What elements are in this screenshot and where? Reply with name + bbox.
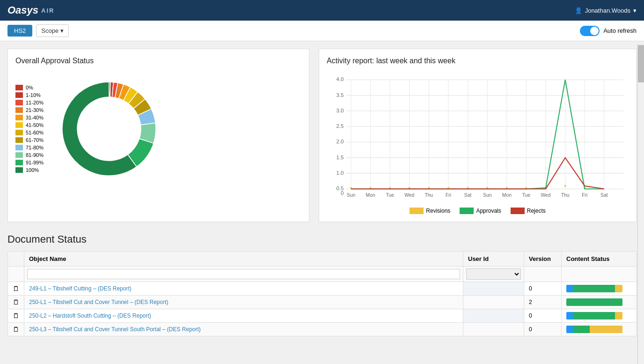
scrollbar-thumb[interactable] bbox=[638, 45, 644, 82]
svg-text:3.5: 3.5 bbox=[337, 92, 344, 98]
status-bar bbox=[566, 312, 622, 319]
legend-item: 71-80% bbox=[15, 145, 44, 150]
activity-chart-title: Activity report: last week and this week bbox=[327, 57, 629, 65]
row-userid-cell bbox=[463, 309, 524, 323]
approval-chart-title: Overall Approval Status bbox=[15, 57, 301, 65]
document-table: Object Name User Id Version Content Stat… bbox=[7, 251, 637, 336]
status-bar bbox=[566, 285, 622, 292]
col-user-id: User Id bbox=[463, 252, 524, 267]
logo-oasys: Oasys bbox=[7, 4, 38, 16]
svg-text:1.5: 1.5 bbox=[337, 155, 344, 160]
row-icon-cell: 🗒 bbox=[8, 296, 24, 309]
logo-air: AIR bbox=[41, 7, 54, 14]
table-filter-row bbox=[8, 267, 637, 282]
status-bar bbox=[566, 298, 622, 306]
svg-text:Thu: Thu bbox=[425, 193, 433, 198]
legend-item: 1-10% bbox=[15, 92, 44, 98]
document-status-section: Document Status Object Name User Id Vers… bbox=[7, 233, 637, 336]
svg-text:Sun: Sun bbox=[483, 193, 492, 198]
app-header: Oasys AIR 👤 Jonathan.Woods ▾ bbox=[0, 0, 644, 21]
svg-text:2.5: 2.5 bbox=[337, 123, 344, 129]
doc-link[interactable]: 249-L1 – Tibshelf Cutting – (DES Report) bbox=[29, 285, 132, 292]
scrollbar-track[interactable] bbox=[637, 44, 644, 361]
filter-name-input[interactable] bbox=[27, 269, 460, 279]
svg-text:1.0: 1.0 bbox=[337, 170, 344, 176]
user-menu[interactable]: 👤 Jonathan.Woods ▾ bbox=[575, 7, 637, 14]
svg-point-57 bbox=[564, 185, 566, 187]
legend-rejects: Rejects bbox=[511, 208, 546, 214]
row-version-cell: 0 bbox=[524, 309, 562, 323]
legend-item: 41-50% bbox=[15, 122, 44, 128]
svg-point-0 bbox=[77, 97, 141, 161]
project-button[interactable]: HS2 bbox=[7, 25, 32, 37]
chart-legend-bottom: Revisions Approvals Rejects bbox=[327, 208, 629, 214]
filter-userid-cell[interactable] bbox=[463, 267, 524, 282]
scope-chevron-icon: ▾ bbox=[60, 27, 64, 34]
row-name-cell[interactable]: 250-L1 – Tibshelf Cut and Cover Tunnel –… bbox=[24, 296, 463, 309]
svg-text:Fri: Fri bbox=[582, 193, 587, 198]
row-icon-cell: 🗒 bbox=[8, 282, 24, 296]
svg-text:2.0: 2.0 bbox=[337, 139, 344, 144]
charts-row: Overall Approval Status 0% 1-10% 11-20% … bbox=[7, 49, 637, 222]
table-row: 🗒 249-L1 – Tibshelf Cutting – (DES Repor… bbox=[8, 282, 637, 296]
row-userid-cell bbox=[463, 296, 524, 309]
svg-text:0: 0 bbox=[341, 190, 344, 196]
doc-icon: 🗒 bbox=[13, 312, 19, 319]
username-label: Jonathan.Woods bbox=[585, 7, 630, 14]
table-row: 🗒 250-L3 – Tibshelf Cut and Cover Tunnel… bbox=[8, 323, 637, 336]
table-row: 🗒 250-L2 – Hardstoft South Cutting – (DE… bbox=[8, 309, 637, 323]
legend-revisions-label: Revisions bbox=[426, 208, 450, 214]
user-dropdown-icon: ▾ bbox=[633, 7, 637, 14]
row-icon-cell: 🗒 bbox=[8, 323, 24, 336]
document-status-title: Document Status bbox=[7, 233, 637, 245]
filter-userid-select[interactable] bbox=[466, 268, 521, 280]
col-content-status: Content Status bbox=[562, 252, 637, 267]
legend-item: 21-30% bbox=[15, 107, 44, 113]
doc-link[interactable]: 250-L2 – Hardstoft South Cutting – (DES … bbox=[29, 312, 151, 319]
donut-legend: 0% 1-10% 11-20% 21-30% 31-40% 41-50% 51-… bbox=[15, 85, 44, 173]
activity-chart-panel: Activity report: last week and this week… bbox=[319, 49, 637, 222]
row-status-cell bbox=[562, 296, 637, 309]
legend-item: 51-60% bbox=[15, 130, 44, 135]
row-name-cell[interactable]: 249-L1 – Tibshelf Cutting – (DES Report) bbox=[24, 282, 463, 296]
row-status-cell bbox=[562, 323, 637, 336]
filter-icon-cell bbox=[8, 267, 24, 282]
donut-container: 0% 1-10% 11-20% 21-30% 31-40% 41-50% 51-… bbox=[15, 73, 301, 185]
svg-text:4.0: 4.0 bbox=[337, 76, 344, 82]
col-object-name: Object Name bbox=[24, 252, 463, 267]
doc-link[interactable]: 250-L3 – Tibshelf Cut and Cover Tunnel S… bbox=[29, 326, 201, 333]
doc-icon: 🗒 bbox=[13, 326, 19, 333]
legend-item: 61-70% bbox=[15, 137, 44, 143]
activity-chart-wrap: 4.0 3.5 3.0 2.5 2.0 1.5 1.0 0.5 0 Sun Mo… bbox=[327, 73, 629, 204]
row-name-cell[interactable]: 250-L3 – Tibshelf Cut and Cover Tunnel S… bbox=[24, 323, 463, 336]
toolbar-left: HS2 Scope ▾ bbox=[7, 24, 69, 37]
auto-refresh-label: Auto refresh bbox=[603, 27, 637, 34]
col-icon bbox=[8, 252, 24, 267]
legend-rejects-label: Rejects bbox=[527, 208, 546, 214]
main-content: Overall Approval Status 0% 1-10% 11-20% … bbox=[0, 41, 644, 361]
row-version-cell: 0 bbox=[524, 323, 562, 336]
row-name-cell[interactable]: 250-L2 – Hardstoft South Cutting – (DES … bbox=[24, 309, 463, 323]
filter-name-cell[interactable] bbox=[24, 267, 463, 282]
scope-button[interactable]: Scope ▾ bbox=[36, 24, 69, 37]
toolbar: HS2 Scope ▾ Auto refresh bbox=[0, 21, 644, 41]
auto-refresh-toggle[interactable] bbox=[580, 26, 600, 36]
svg-text:Sun: Sun bbox=[347, 193, 356, 198]
toggle-knob bbox=[590, 27, 599, 35]
svg-text:Mon: Mon bbox=[502, 193, 512, 198]
donut-chart bbox=[53, 73, 165, 185]
scope-label: Scope bbox=[41, 27, 59, 34]
auto-refresh-container: Auto refresh bbox=[580, 26, 637, 36]
doc-link[interactable]: 250-L1 – Tibshelf Cut and Cover Tunnel –… bbox=[29, 299, 168, 305]
svg-text:Sat: Sat bbox=[600, 193, 608, 198]
doc-icon: 🗒 bbox=[13, 298, 19, 306]
svg-text:Fri: Fri bbox=[446, 193, 451, 198]
doc-icon: 🗒 bbox=[13, 285, 19, 292]
row-icon-cell: 🗒 bbox=[8, 309, 24, 323]
row-version-cell: 0 bbox=[524, 282, 562, 296]
filter-status-cell bbox=[562, 267, 637, 282]
legend-item: 11-20% bbox=[15, 100, 44, 105]
row-userid-cell bbox=[463, 282, 524, 296]
legend-approvals: Approvals bbox=[460, 208, 501, 214]
row-version-cell: 2 bbox=[524, 296, 562, 309]
